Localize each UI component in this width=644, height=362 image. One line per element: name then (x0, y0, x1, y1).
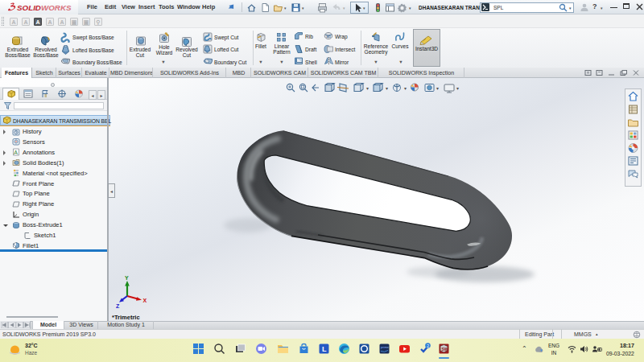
svg-text:X: X (143, 298, 147, 303)
svg-text:Y: Y (125, 275, 129, 281)
svg-text:2: 2 (427, 343, 429, 348)
svg-text:Z: Z (116, 303, 120, 309)
svg-text:prime: prime (381, 345, 390, 349)
svg-text:A: A (14, 150, 18, 155)
svg-text:L: L (322, 345, 327, 353)
svg-text:▾: ▾ (456, 86, 459, 91)
svg-text:▾: ▾ (366, 86, 369, 91)
svg-text:ab: ab (326, 34, 331, 39)
svg-text:▾: ▾ (436, 86, 439, 91)
svg-text:SOLIDWORKS: SOLIDWORKS (17, 3, 72, 12)
svg-text:▾: ▾ (404, 86, 407, 91)
svg-text:SW: SW (442, 347, 448, 352)
svg-text:▾: ▾ (386, 86, 388, 91)
